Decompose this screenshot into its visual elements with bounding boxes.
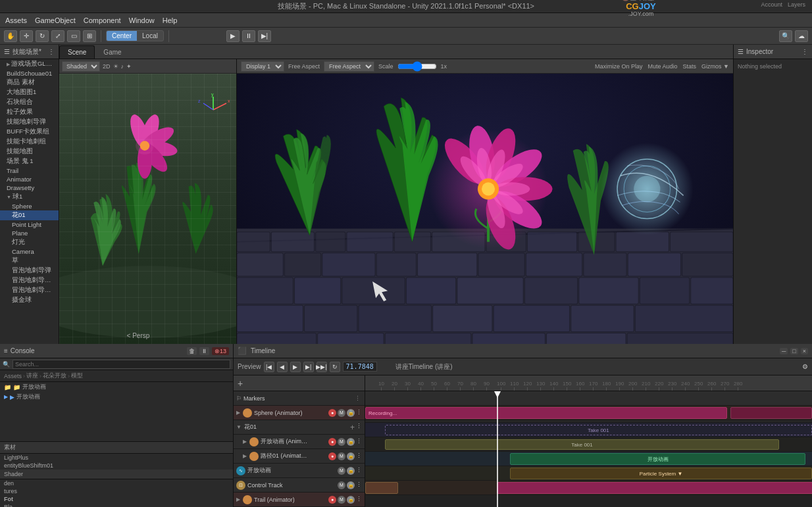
hierarchy-item[interactable]: 冒泡地刺导弹 (2) bbox=[0, 285, 59, 295]
resource-shader1[interactable]: den bbox=[0, 479, 233, 487]
aspect-select[interactable]: Free Aspect bbox=[324, 61, 374, 72]
toolbar-scale-btn[interactable]: ⤢ bbox=[51, 30, 64, 42]
scale-slider[interactable] bbox=[397, 61, 437, 72]
game-tab[interactable]: Game bbox=[95, 45, 130, 59]
kaifang-mute-btn[interactable]: M bbox=[338, 438, 345, 446]
breadcrumb-lectures[interactable]: 讲座 bbox=[26, 372, 38, 380]
hierarchy-item[interactable]: Plane bbox=[0, 229, 59, 237]
pivot-toggle[interactable]: Center Local bbox=[106, 30, 164, 41]
console-clear-btn[interactable]: 🗑 bbox=[187, 347, 197, 355]
hierarchy-item[interactable]: Trail bbox=[0, 166, 59, 175]
control-mute-btn[interactable]: M bbox=[338, 481, 345, 489]
clip-kaifang-dotted[interactable]: Take 001 bbox=[385, 425, 812, 435]
sphere-menu-btn[interactable]: ⋮ bbox=[356, 409, 362, 417]
lujing-rec-btn[interactable]: ● bbox=[328, 452, 336, 460]
hierarchy-item[interactable]: 球1 bbox=[0, 192, 59, 202]
pivot-center[interactable]: Center bbox=[107, 31, 137, 41]
breadcrumb-assets[interactable]: Assets bbox=[4, 373, 22, 379]
shading-select[interactable]: Shaded bbox=[62, 61, 100, 72]
tl-prev-btn[interactable]: ◀ bbox=[277, 362, 288, 372]
flower-menu-btn[interactable]: ⋮ bbox=[356, 423, 362, 432]
trail-lock-btn[interactable]: 🔒 bbox=[347, 496, 355, 504]
timeline-ruler[interactable]: 1020304050607080901001101201301401501601… bbox=[365, 375, 812, 391]
clip-kaifang-plain[interactable]: 开放动画 bbox=[510, 453, 805, 465]
control-lock-btn[interactable]: 🔒 bbox=[347, 481, 355, 489]
toolbar-rect-btn[interactable]: ▭ bbox=[67, 30, 80, 42]
toolbar-move-btn[interactable]: ✛ bbox=[20, 30, 33, 42]
pivot-local[interactable]: Local bbox=[137, 31, 163, 41]
hierarchy-item[interactable]: 商品 素材 bbox=[0, 78, 59, 87]
lujing-mute-btn[interactable]: M bbox=[338, 452, 345, 460]
mute-audio[interactable]: Mute Audio bbox=[648, 63, 678, 70]
trail-menu-btn[interactable]: ⋮ bbox=[356, 496, 362, 504]
hierarchy-item[interactable]: 花01 bbox=[0, 210, 59, 220]
menu-help[interactable]: Help bbox=[163, 16, 178, 24]
hierarchy-item[interactable]: 技能地刺导弹 bbox=[0, 117, 59, 127]
hierarchy-item[interactable]: Camera bbox=[0, 247, 59, 256]
hierarchy-item[interactable]: 冒泡地刺导弹 bbox=[0, 266, 59, 276]
add-track-icon[interactable]: + bbox=[238, 378, 243, 389]
search-btn[interactable]: 🔍 bbox=[779, 30, 792, 42]
menu-assets[interactable]: Assets bbox=[5, 16, 27, 24]
inspector-menu-btn[interactable]: ⋮ bbox=[801, 48, 808, 55]
clip-trail-left[interactable] bbox=[365, 482, 398, 494]
scene-audio-btn[interactable]: ♪ bbox=[121, 63, 124, 70]
scene-tab[interactable]: Scene bbox=[59, 45, 95, 59]
scene-light-btn[interactable]: ☀ bbox=[113, 63, 118, 70]
menu-window[interactable]: Window bbox=[129, 16, 155, 24]
sphere-rec-btn[interactable]: ● bbox=[328, 409, 336, 417]
hierarchy-item[interactable]: 草 bbox=[0, 256, 59, 266]
tl-loop-btn[interactable]: ↻ bbox=[330, 362, 340, 372]
flower-group-expand-icon[interactable]: ▼ bbox=[236, 424, 241, 430]
hierarchy-item[interactable]: 场景 鬼 1 bbox=[0, 157, 59, 166]
control-menu-btn[interactable]: ⋮ bbox=[356, 481, 362, 489]
kaifang-plain-mute[interactable]: M bbox=[338, 467, 345, 475]
toolbar-multi-btn[interactable]: ⊞ bbox=[83, 30, 96, 42]
lujing-menu-btn[interactable]: ⋮ bbox=[356, 452, 362, 460]
clip-trail-main[interactable] bbox=[497, 482, 812, 494]
hierarchy-item[interactable]: Point Light bbox=[0, 220, 59, 229]
flower-add-btn[interactable]: + bbox=[350, 423, 355, 432]
sphere-lock-btn[interactable]: 🔒 bbox=[347, 409, 355, 417]
pause-btn[interactable]: ⏸ bbox=[242, 30, 255, 42]
kaifang-expand-icon[interactable]: ▶ bbox=[243, 439, 247, 445]
kaifang-lock-btn[interactable]: 🔒 bbox=[347, 438, 355, 446]
hierarchy-menu-btn[interactable]: ⋮ bbox=[48, 48, 55, 55]
tl-start-btn[interactable]: |◀ bbox=[264, 362, 274, 372]
tl-settings-btn[interactable]: ⚙ bbox=[802, 363, 808, 370]
timeline-close-btn[interactable]: × bbox=[801, 348, 808, 354]
asset-file-anim1[interactable]: ▶ 开放动画 bbox=[0, 392, 233, 402]
breadcrumb-flower[interactable]: 花朵开放 bbox=[43, 372, 66, 380]
hierarchy-item[interactable]: Sphere bbox=[0, 202, 59, 210]
toolbar-hand-btn[interactable]: ✋ bbox=[4, 30, 17, 42]
menu-component[interactable]: Component bbox=[84, 16, 121, 24]
hierarchy-item[interactable]: Drawsetty bbox=[0, 183, 59, 192]
hierarchy-item[interactable]: 石块组合 bbox=[0, 97, 59, 107]
sphere-mute-btn[interactable]: M bbox=[338, 409, 345, 417]
console-search-input[interactable] bbox=[13, 360, 230, 369]
2d-btn[interactable]: 2D bbox=[103, 63, 111, 70]
kaifang-plain-menu[interactable]: ⋮ bbox=[356, 467, 362, 475]
hierarchy-item[interactable]: 技能卡地刺组 bbox=[0, 137, 59, 147]
kaifang-rec-btn[interactable]: ● bbox=[328, 438, 336, 446]
tl-play-btn[interactable]: ▶ bbox=[290, 362, 301, 372]
menu-gameobject[interactable]: GameObject bbox=[35, 16, 76, 24]
markers-add-btn[interactable]: ⋮ bbox=[353, 395, 362, 402]
hierarchy-item[interactable]: Animator bbox=[0, 175, 59, 183]
breadcrumb-model[interactable]: 模型 bbox=[71, 372, 83, 380]
stats-btn[interactable]: Stats bbox=[683, 63, 697, 70]
hierarchy-item[interactable]: 灯光 bbox=[0, 237, 59, 247]
hierarchy-item[interactable]: BuildSchouae01 bbox=[0, 69, 59, 78]
resource-shader4[interactable]: Bla bbox=[0, 503, 233, 507]
resource-lightplus[interactable]: LightPlus bbox=[0, 454, 233, 462]
resource-shader2[interactable]: tures bbox=[0, 487, 233, 495]
trail-mute-btn[interactable]: M bbox=[338, 496, 345, 504]
timeline-maximize-btn[interactable]: □ bbox=[790, 348, 798, 354]
clip-sphere-recording[interactable]: Recording... bbox=[365, 407, 727, 419]
scene-fx-btn[interactable]: ✦ bbox=[126, 63, 132, 70]
hierarchy-item[interactable]: 技能地图 bbox=[0, 147, 59, 157]
trail-rec-btn[interactable]: ● bbox=[328, 496, 336, 504]
tl-end-btn[interactable]: ▶▶| bbox=[317, 362, 327, 372]
trail-expand-icon[interactable]: ▶ bbox=[236, 496, 240, 502]
clip-sphere-red-right[interactable] bbox=[730, 407, 812, 419]
